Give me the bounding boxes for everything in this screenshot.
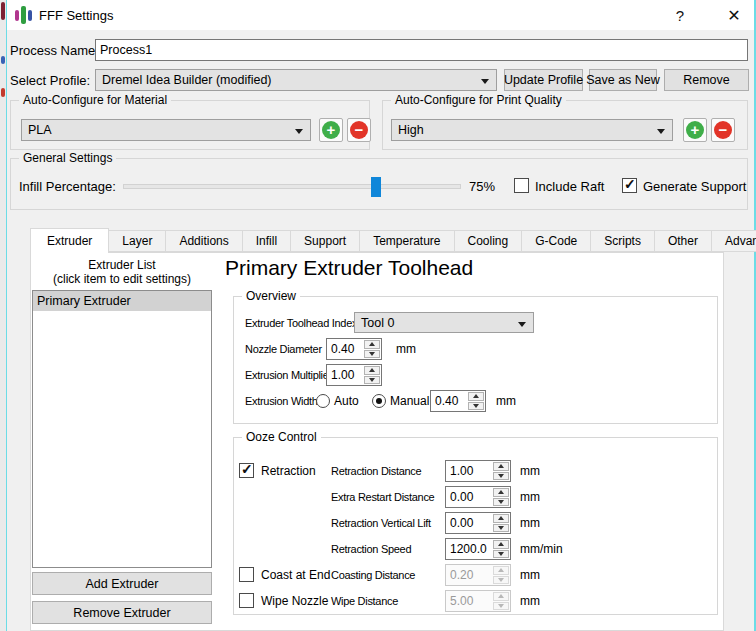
- spin-down-icon[interactable]: [364, 350, 380, 359]
- remove-quality-button[interactable]: −: [711, 118, 735, 142]
- spin-buttons: [493, 488, 509, 506]
- save-as-new-button[interactable]: Save as New: [589, 69, 657, 91]
- tab-temperature[interactable]: Temperature: [360, 230, 454, 252]
- retraction-speed-label: Retraction Speed: [331, 538, 411, 560]
- material-dropdown[interactable]: PLA: [21, 119, 311, 141]
- profile-dropdown[interactable]: Dremel Idea Builder (modified): [95, 69, 497, 91]
- spin-up-icon[interactable]: [493, 566, 509, 575]
- add-extruder-button[interactable]: Add Extruder: [32, 572, 212, 595]
- extrusion-multiplier-spinner[interactable]: 1.00: [326, 364, 382, 386]
- include-raft-checkbox[interactable]: [514, 178, 529, 193]
- process-name-label: Process Name:: [10, 39, 99, 61]
- add-material-button[interactable]: +: [319, 118, 343, 142]
- app-logo-icon: [15, 5, 33, 25]
- infill-percentage-value: 75%: [469, 176, 495, 196]
- retraction-checkbox[interactable]: [239, 463, 254, 478]
- tab-layer[interactable]: Layer: [109, 230, 166, 252]
- spin-up-icon[interactable]: [364, 340, 380, 349]
- coast-at-end-checkbox[interactable]: [239, 567, 254, 582]
- tab-advanced[interactable]: Advanced: [712, 230, 756, 252]
- spin-up-icon[interactable]: [493, 514, 509, 523]
- coasting-distance-spinner[interactable]: 0.20: [445, 564, 511, 586]
- extrusion-width-auto-radio[interactable]: [316, 394, 330, 408]
- background-icon-fragment-blue: [1, 56, 5, 64]
- window-title: FFF Settings: [39, 0, 113, 30]
- spin-up-icon[interactable]: [493, 592, 509, 601]
- spin-up-icon[interactable]: [468, 392, 484, 401]
- spin-down-icon[interactable]: [493, 602, 509, 611]
- spin-down-icon[interactable]: [364, 376, 380, 385]
- nozzle-diameter-label: Nozzle Diameter: [245, 338, 322, 360]
- spin-down-icon[interactable]: [493, 550, 509, 559]
- tab-gcode[interactable]: G-Code: [522, 230, 591, 252]
- retraction-label: Retraction: [261, 460, 316, 482]
- spin-buttons: [493, 540, 509, 558]
- update-profile-button[interactable]: Update Profile: [504, 69, 583, 91]
- nozzle-diameter-unit: mm: [396, 338, 416, 360]
- tab-other[interactable]: Other: [655, 230, 712, 252]
- tab-scripts[interactable]: Scripts: [591, 230, 655, 252]
- nozzle-diameter-value: 0.40: [327, 339, 363, 359]
- overview-group: Overview Extruder Toolhead Index Tool 0 …: [233, 296, 718, 424]
- infill-percentage-label: Infill Percentage:: [19, 176, 116, 196]
- spin-down-icon[interactable]: [493, 472, 509, 481]
- wipe-distance-spinner[interactable]: 5.00: [445, 590, 511, 612]
- process-name-input[interactable]: [95, 39, 748, 61]
- extrusion-width-manual-radio[interactable]: [372, 394, 386, 408]
- tab-additions[interactable]: Additions: [166, 230, 242, 252]
- extrusion-width-auto-label: Auto: [334, 390, 359, 412]
- extra-restart-distance-spinner[interactable]: 0.00: [445, 486, 511, 508]
- extrusion-width-label: Extrusion Width: [245, 390, 318, 412]
- add-quality-button[interactable]: +: [683, 118, 707, 142]
- tab-cooling[interactable]: Cooling: [455, 230, 523, 252]
- extruder-listbox[interactable]: Primary Extruder: [32, 290, 212, 568]
- background-logo-fragment: [1, 2, 5, 20]
- spin-down-icon[interactable]: [493, 498, 509, 507]
- spin-buttons: [468, 392, 484, 410]
- retraction-speed-value: 1200.0: [446, 539, 492, 559]
- toolhead-index-label: Extruder Toolhead Index: [245, 312, 357, 334]
- quality-dropdown[interactable]: High: [391, 119, 673, 141]
- tab-support[interactable]: Support: [291, 230, 360, 252]
- extruder-list-title: Extruder List: [32, 258, 212, 272]
- minus-icon: −: [350, 121, 368, 139]
- spin-up-icon[interactable]: [493, 540, 509, 549]
- chevron-down-icon: [518, 322, 526, 327]
- remove-extruder-button[interactable]: Remove Extruder: [32, 601, 212, 624]
- extrusion-width-spinner[interactable]: 0.40: [430, 390, 486, 412]
- spin-buttons: [493, 566, 509, 584]
- plus-icon: +: [686, 121, 704, 139]
- spin-buttons: [493, 462, 509, 480]
- tab-infill[interactable]: Infill: [243, 230, 291, 252]
- spin-up-icon[interactable]: [364, 366, 380, 375]
- spin-up-icon[interactable]: [493, 488, 509, 497]
- wipe-nozzle-checkbox[interactable]: [239, 593, 254, 608]
- tab-extruder[interactable]: Extruder: [30, 228, 109, 253]
- retraction-vertical-lift-spinner[interactable]: 0.00: [445, 512, 511, 534]
- extrusion-width-unit: mm: [496, 390, 516, 412]
- retraction-speed-spinner[interactable]: 1200.0: [445, 538, 511, 560]
- wipe-distance-value: 5.00: [446, 591, 492, 611]
- spin-down-icon[interactable]: [493, 576, 509, 585]
- close-icon[interactable]: ✕: [717, 0, 751, 30]
- infill-slider[interactable]: [123, 184, 461, 189]
- infill-slider-handle[interactable]: [371, 177, 381, 197]
- nozzle-diameter-spinner[interactable]: 0.40: [326, 338, 382, 360]
- retraction-distance-value: 1.00: [446, 461, 492, 481]
- list-item[interactable]: Primary Extruder: [33, 291, 211, 311]
- chevron-down-icon: [295, 129, 303, 134]
- spin-down-icon[interactable]: [468, 402, 484, 411]
- page-title: Primary Extruder Toolhead: [225, 256, 473, 280]
- help-button[interactable]: ?: [665, 0, 695, 30]
- profile-dropdown-value: Dremel Idea Builder (modified): [102, 73, 272, 87]
- toolhead-index-dropdown[interactable]: Tool 0: [354, 312, 534, 333]
- auto-configure-material-title: Auto-Configure for Material: [19, 93, 171, 107]
- generate-support-label: Generate Support: [643, 176, 746, 196]
- spin-up-icon[interactable]: [493, 462, 509, 471]
- retraction-distance-spinner[interactable]: 1.00: [445, 460, 511, 482]
- spin-down-icon[interactable]: [493, 524, 509, 533]
- generate-support-checkbox[interactable]: [622, 178, 637, 193]
- remove-profile-button[interactable]: Remove: [664, 69, 749, 91]
- retraction-vertical-lift-unit: mm: [520, 512, 540, 534]
- remove-material-button[interactable]: −: [347, 118, 371, 142]
